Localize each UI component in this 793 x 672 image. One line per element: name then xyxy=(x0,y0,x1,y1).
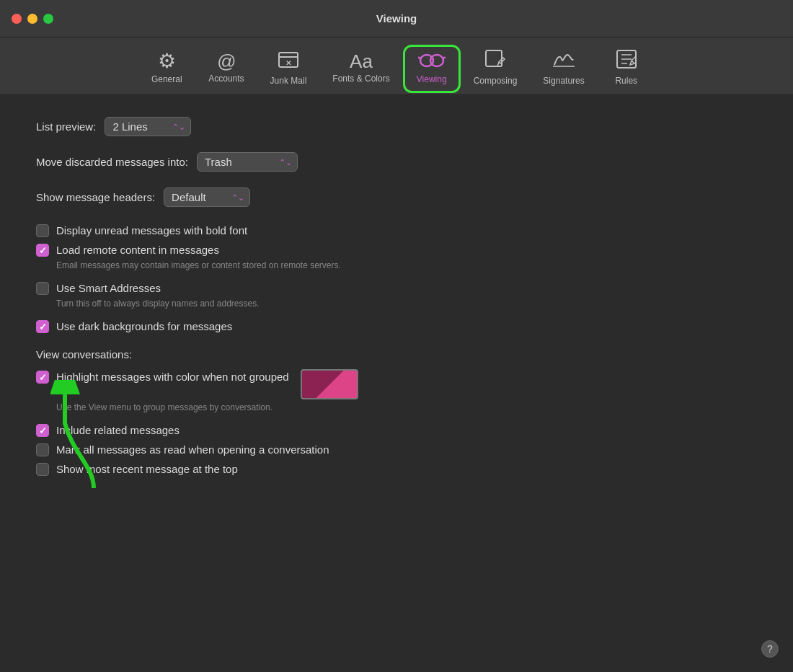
show-headers-select-wrapper[interactable]: Default All Headers Custom xyxy=(164,187,250,207)
rules-icon xyxy=(616,49,637,73)
composing-icon xyxy=(484,49,506,73)
checkbox-show-recent[interactable] xyxy=(36,463,49,476)
checkbox-label-include-related: Include related messages xyxy=(56,423,180,438)
maximize-button[interactable] xyxy=(43,14,53,24)
checkbox-label-smart-addresses: Use Smart Addresses xyxy=(56,280,161,296)
general-icon: ⚙ xyxy=(158,51,176,71)
view-conversations-heading: View conversations: xyxy=(36,348,757,361)
toolbar-label-rules: Rules xyxy=(615,76,637,86)
checkbox-dark-backgrounds[interactable] xyxy=(36,320,49,333)
checkbox-label-dark-backgrounds: Use dark backgrounds for messages xyxy=(56,319,232,334)
hint-highlight-messages: Use the View menu to group messages by c… xyxy=(56,402,757,412)
toolbar-label-accounts: Accounts xyxy=(208,74,244,84)
viewing-icon xyxy=(418,50,446,71)
help-button[interactable]: ? xyxy=(761,640,779,658)
svg-point-4 xyxy=(430,55,443,66)
checkbox-label-display-unread: Display unread messages with bold font xyxy=(56,223,247,238)
move-discarded-select[interactable]: Trash Archive xyxy=(197,152,298,172)
checkbox-row-display-unread: Display unread messages with bold font xyxy=(36,223,757,238)
list-preview-label: List preview: xyxy=(36,120,96,133)
window-controls xyxy=(12,14,53,24)
main-content: List preview: 2 Lines None 1 Line 3 Line… xyxy=(0,95,793,503)
toolbar-label-signatures: Signatures xyxy=(543,76,584,86)
toolbar-item-fonts-colors[interactable]: Aa Fonts & Colors xyxy=(319,46,402,92)
show-headers-select[interactable]: Default All Headers Custom xyxy=(164,187,250,207)
toolbar-item-accounts[interactable]: @ Accounts xyxy=(195,46,257,92)
toolbar-label-general: General xyxy=(151,74,182,84)
checkbox-label-show-recent: Show most recent message at the top xyxy=(56,461,238,477)
toolbar: ⚙ General @ Accounts ✕ Junk Mail Aa Font… xyxy=(0,37,793,95)
checkbox-load-remote[interactable] xyxy=(36,244,49,257)
show-headers-label: Show message headers: xyxy=(36,191,155,203)
checkbox-label-load-remote: Load remote content in messages xyxy=(56,242,219,257)
show-headers-row: Show message headers: Default All Header… xyxy=(36,187,757,207)
checkbox-row-mark-read: Mark all messages as read when opening a… xyxy=(36,442,757,457)
toolbar-label-composing: Composing xyxy=(474,76,518,86)
toolbar-item-signatures[interactable]: Signatures xyxy=(530,43,597,94)
toolbar-label-junk-mail: Junk Mail xyxy=(270,76,307,86)
checkbox-label-highlight-messages: Highlight messages with color when not g… xyxy=(56,369,289,384)
toolbar-item-rules[interactable]: Rules xyxy=(598,43,655,94)
hint-load-remote: Email messages may contain images or con… xyxy=(56,260,757,270)
list-preview-row: List preview: 2 Lines None 1 Line 3 Line… xyxy=(36,117,757,136)
checkbox-row-highlight-messages: Highlight messages with color when not g… xyxy=(36,369,757,399)
svg-rect-7 xyxy=(486,50,502,66)
toolbar-item-viewing[interactable]: Viewing xyxy=(403,45,461,93)
checkbox-display-unread[interactable] xyxy=(36,224,49,237)
checkbox-row-dark-backgrounds: Use dark backgrounds for messages xyxy=(36,319,757,334)
color-swatch[interactable] xyxy=(301,369,358,399)
svg-text:✕: ✕ xyxy=(285,59,291,67)
signatures-icon xyxy=(551,49,576,73)
checkbox-row-show-recent: Show most recent message at the top xyxy=(36,461,757,477)
checkbox-highlight-messages[interactable] xyxy=(36,371,49,384)
titlebar: Viewing xyxy=(0,0,793,37)
move-discarded-select-wrapper[interactable]: Trash Archive xyxy=(197,152,298,172)
move-discarded-row: Move discarded messages into: Trash Arch… xyxy=(36,152,757,172)
list-preview-select[interactable]: 2 Lines None 1 Line 3 Lines 4 Lines 5 Li… xyxy=(105,117,191,136)
toolbar-label-fonts-colors: Fonts & Colors xyxy=(332,74,389,84)
minimize-button[interactable] xyxy=(27,14,37,24)
close-button[interactable] xyxy=(12,14,22,24)
checkbox-row-smart-addresses: Use Smart Addresses xyxy=(36,280,757,296)
checkbox-label-mark-read: Mark all messages as read when opening a… xyxy=(56,442,329,457)
junk-mail-icon: ✕ xyxy=(278,50,299,73)
toolbar-item-composing[interactable]: Composing xyxy=(461,43,531,94)
accounts-icon: @ xyxy=(217,52,236,71)
hint-smart-addresses: Turn this off to always display names an… xyxy=(56,299,757,309)
toolbar-item-general[interactable]: ⚙ General xyxy=(138,45,195,93)
settings-content: List preview: 2 Lines None 1 Line 3 Line… xyxy=(0,95,793,503)
checkbox-row-load-remote: Load remote content in messages xyxy=(36,242,757,257)
fonts-colors-icon: Aa xyxy=(350,52,373,71)
checkbox-row-include-related: Include related messages xyxy=(36,423,757,438)
toolbar-label-viewing: Viewing xyxy=(417,74,447,84)
list-preview-select-wrapper[interactable]: 2 Lines None 1 Line 3 Lines 4 Lines 5 Li… xyxy=(105,117,191,136)
move-discarded-label: Move discarded messages into: xyxy=(36,156,188,168)
checkbox-mark-read[interactable] xyxy=(36,443,49,456)
checkbox-include-related[interactable] xyxy=(36,424,49,437)
toolbar-item-junk-mail[interactable]: ✕ Junk Mail xyxy=(257,44,320,94)
window-title: Viewing xyxy=(376,12,417,25)
checkbox-smart-addresses[interactable] xyxy=(36,282,49,295)
